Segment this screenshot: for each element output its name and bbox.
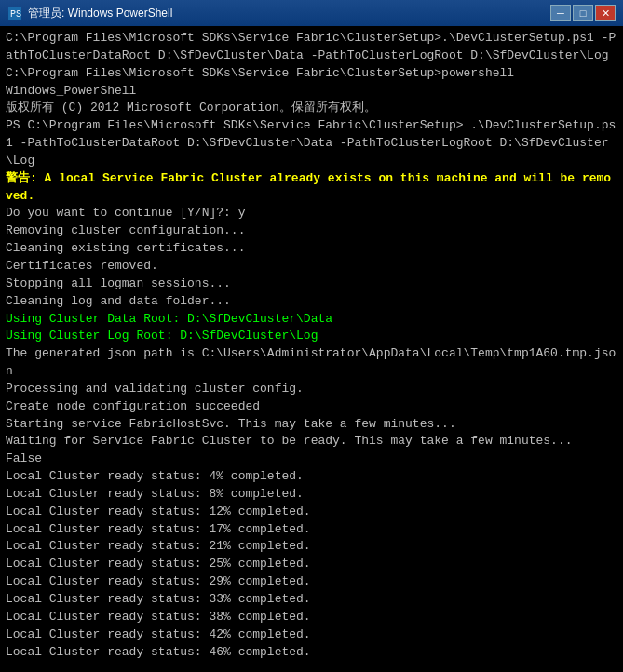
terminal-line: Local Cluster ready status: 25% complete… <box>6 556 617 573</box>
terminal-line: Removing cluster configuration... <box>6 222 617 240</box>
terminal-line: Cleaning existing certificates... <box>6 240 617 258</box>
terminal-line: Local Cluster ready status: 8% completed… <box>6 486 617 504</box>
terminal-line: Stopping all logman sessions... <box>6 276 617 293</box>
terminal-line: Windows_PowerShell <box>6 83 617 101</box>
title-bar: PS 管理员: Windows PowerShell ─ □ ✕ <box>0 0 623 26</box>
terminal-output: C:\Program Files\Microsoft SDKs\Service … <box>0 26 623 672</box>
terminal-line: C:\Program Files\Microsoft SDKs\Service … <box>6 65 617 83</box>
powershell-icon: PS <box>7 6 22 20</box>
svg-text:PS: PS <box>10 9 21 20</box>
maximize-button[interactable]: □ <box>573 5 593 21</box>
minimize-button[interactable]: ─ <box>550 5 571 21</box>
terminal-line: Local Cluster ready status: 29% complete… <box>6 573 617 591</box>
terminal-line: The generated json path is C:\Users\Admi… <box>6 345 617 381</box>
terminal-line: 警告: A local Service Fabric Cluster alrea… <box>6 170 617 206</box>
terminal-line: Using Cluster Data Root: D:\SfDevCluster… <box>6 311 617 329</box>
terminal-line: Local Cluster ready status: 38% complete… <box>6 609 617 626</box>
terminal-line: False <box>6 450 617 468</box>
terminal-line: Local Cluster ready status: 21% complete… <box>6 538 617 556</box>
terminal-line: 版权所有 (C) 2012 Microsoft Corporation。保留所有… <box>6 100 617 117</box>
window: PS 管理员: Windows PowerShell ─ □ ✕ C:\Prog… <box>0 0 623 672</box>
terminal-line: Cleaning log and data folder... <box>6 293 617 311</box>
terminal-line: Waiting for Service Fabric Cluster to be… <box>6 433 617 450</box>
terminal-line: Starting service FabricHostSvc. This may… <box>6 416 617 434</box>
window-title: 管理员: Windows PowerShell <box>28 6 172 21</box>
terminal-line: PS C:\Program Files\Microsoft SDKs\Servi… <box>6 117 617 170</box>
terminal-line: C:\Program Files\Microsoft SDKs\Service … <box>6 30 617 65</box>
terminal-line: Do you want to continue [Y/N]?: y <box>6 205 617 222</box>
terminal-line: Local Cluster ready status: 46% complete… <box>6 644 617 662</box>
title-bar-left: PS 管理员: Windows PowerShell <box>7 6 172 21</box>
terminal-line: Local Cluster ready status: 42% complete… <box>6 626 617 644</box>
terminal-line: Local Cluster ready status: 17% complete… <box>6 521 617 539</box>
terminal-line: Using Cluster Log Root: D:\SfDevCluster\… <box>6 328 617 345</box>
title-buttons: ─ □ ✕ <box>550 5 616 21</box>
terminal-line: Local Cluster ready status: 33% complete… <box>6 591 617 609</box>
terminal-line: Create node configuration succeeded <box>6 398 617 416</box>
terminal-line: Local Cluster ready status: 12% complete… <box>6 504 617 521</box>
terminal-line: Certificates removed. <box>6 258 617 276</box>
terminal-line: Local Cluster ready status: 4% completed… <box>6 468 617 486</box>
terminal-line: Processing and validating cluster config… <box>6 381 617 398</box>
close-button[interactable]: ✕ <box>595 5 616 21</box>
